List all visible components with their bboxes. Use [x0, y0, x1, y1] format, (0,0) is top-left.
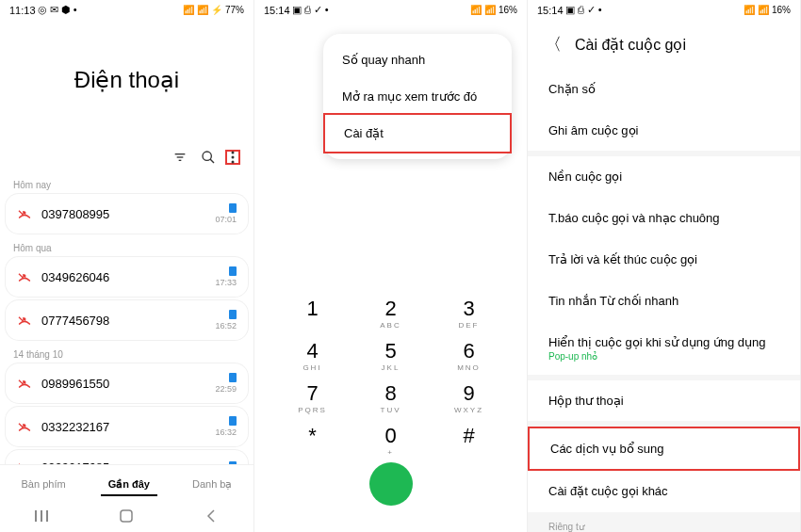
signal-icons: 📶 📶 — [470, 5, 496, 15]
svg-point-6 — [232, 156, 235, 159]
call-number: 0332232167 — [41, 420, 205, 434]
keypad-key-0[interactable]: 0+ — [363, 426, 419, 457]
sim-icon — [229, 373, 237, 382]
toolbar — [0, 150, 253, 174]
battery-level: 16% — [772, 5, 791, 15]
status-time: 15:14 — [537, 5, 564, 16]
key-digit: 4 — [285, 341, 341, 362]
call-item[interactable]: 033223216716:32 — [6, 407, 248, 446]
call-item[interactable]: 098996155022:59 — [6, 363, 248, 403]
key-letters: MNO — [441, 363, 498, 372]
keypad: 12ABC3DEF4GHI5JKL6MNO7PQRS8TUV9WXYZ*0+# — [254, 289, 527, 532]
menu-settings[interactable]: Cài đặt — [323, 113, 512, 153]
sim-icon — [229, 416, 237, 426]
filter-icon[interactable] — [172, 150, 188, 165]
keypad-key-8[interactable]: 8TUV — [363, 383, 419, 414]
keypad-key-4[interactable]: 4GHI — [285, 341, 341, 372]
setting-call-background[interactable]: Nền cuộc gọi — [528, 156, 800, 198]
key-digit: 0 — [363, 426, 419, 446]
svg-line-4 — [210, 159, 214, 163]
setting-call-display[interactable]: Hiển thị cuộc gọi khi sử dụng ứng dụng P… — [528, 322, 800, 380]
call-time: 16:32 — [215, 427, 237, 437]
key-digit: 5 — [363, 341, 419, 362]
setting-answer-end[interactable]: Trả lời và kết thúc cuộc gọi — [528, 239, 800, 281]
tab-keypad[interactable]: Bàn phím — [14, 475, 74, 496]
menu-open-last[interactable]: Mở ra mục xem trước đó — [323, 78, 512, 115]
nav-bar — [0, 500, 253, 532]
section-privacy-label: Riêng tư — [528, 512, 800, 532]
call-number: 0397808995 — [41, 207, 205, 221]
setting-alerts-ringtone[interactable]: T.báo cuộc gọi và nhạc chuông — [528, 198, 800, 239]
call-meta: 16:32 — [215, 416, 237, 437]
key-digit: 2 — [363, 298, 419, 319]
key-letters: JKL — [363, 363, 419, 372]
call-number: 0349626046 — [41, 270, 205, 284]
setting-supplementary-services[interactable]: Các dịch vụ bổ sung — [528, 427, 800, 471]
setting-record-calls[interactable]: Ghi âm cuộc gọi — [528, 110, 800, 156]
menu-speed-dial[interactable]: Số quay nhanh — [323, 41, 512, 78]
tab-contacts[interactable]: Danh bạ — [185, 475, 239, 496]
battery-level: 16% — [499, 5, 517, 15]
keypad-key-6[interactable]: 6MNO — [441, 341, 498, 372]
call-item[interactable]: 077745679816:52 — [6, 300, 248, 340]
svg-point-3 — [203, 152, 211, 160]
key-letters: WXYZ — [441, 406, 498, 414]
call-time: 22:59 — [215, 384, 237, 394]
sim-icon — [229, 310, 237, 319]
key-digit: 9 — [441, 383, 498, 404]
more-icon[interactable] — [225, 150, 240, 165]
key-letters: TUV — [363, 406, 419, 414]
nav-back-icon[interactable] — [203, 508, 220, 524]
call-time: 07:01 — [215, 215, 237, 224]
missed-call-icon — [17, 206, 32, 221]
settings-title: Cài đặt cuộc gọi — [575, 36, 686, 54]
setting-call-display-label: Hiển thị cuộc gọi khi sử dụng ứng dụng — [548, 335, 779, 349]
key-letters: GHI — [285, 363, 341, 372]
call-item[interactable]: 039780899507:01 — [6, 194, 248, 234]
key-digit: 1 — [285, 298, 341, 319]
tab-recent[interactable]: Gần đây — [101, 475, 157, 496]
key-letters: ABC — [363, 321, 419, 330]
settings-list: Chặn số Ghi âm cuộc gọi Nền cuộc gọi T.b… — [528, 69, 800, 532]
call-meta: 17:33 — [215, 266, 237, 287]
svg-rect-8 — [35, 510, 37, 522]
call-item[interactable]: 034962604617:33 — [6, 257, 248, 297]
battery-level: 77% — [225, 5, 244, 15]
missed-call-icon — [17, 269, 32, 284]
section-label: 14 tháng 10 — [0, 344, 253, 363]
keypad-key-3[interactable]: 3DEF — [441, 298, 498, 330]
setting-quick-decline[interactable]: Tin nhắn Từ chối nhanh — [528, 281, 800, 322]
section-label: Hôm nay — [0, 174, 253, 194]
call-meta: 07:01 — [215, 203, 237, 224]
status-time: 15:14 — [264, 5, 290, 16]
status-bar: 11:13 ◎ ✉ ⬢ • 📶 📶 ⚡77% — [0, 0, 253, 20]
call-number: 0989961550 — [41, 377, 205, 391]
call-button[interactable] — [369, 462, 413, 506]
call-time: 17:33 — [215, 278, 237, 287]
status-icons: ▣ ⎙ ✓ • — [565, 4, 602, 16]
nav-recent-icon[interactable] — [34, 508, 51, 524]
keypad-key-5[interactable]: 5JKL — [363, 341, 419, 372]
setting-voicemail[interactable]: Hộp thư thoại — [528, 380, 800, 427]
missed-call-icon — [17, 376, 32, 391]
keypad-key-2[interactable]: 2ABC — [363, 298, 419, 330]
setting-other-call[interactable]: Cài đặt cuộc gọi khác — [528, 471, 800, 512]
keypad-key-9[interactable]: 9WXYZ — [441, 383, 498, 414]
back-icon[interactable]: 〈 — [545, 33, 562, 56]
nav-home-icon[interactable] — [118, 508, 135, 524]
search-icon[interactable] — [201, 150, 216, 165]
keypad-key-#[interactable]: # — [441, 426, 498, 457]
keypad-key-*[interactable]: * — [285, 426, 341, 457]
setting-block-numbers[interactable]: Chặn số — [528, 69, 800, 110]
keypad-key-1[interactable]: 1 — [285, 298, 341, 330]
signal-icons: 📶 📶 — [744, 5, 769, 15]
keypad-key-7[interactable]: 7PQRS — [285, 383, 341, 414]
settings-header: 〈 Cài đặt cuộc gọi — [528, 20, 800, 69]
svg-point-5 — [232, 152, 235, 154]
key-digit: 8 — [363, 383, 419, 404]
section-label: Hôm qua — [0, 237, 253, 257]
key-letters: + — [363, 448, 419, 457]
key-letters: DEF — [441, 321, 498, 330]
key-letters: PQRS — [285, 406, 341, 414]
status-bar: 15:14 ▣ ⎙ ✓ • 📶 📶16% — [528, 0, 800, 20]
